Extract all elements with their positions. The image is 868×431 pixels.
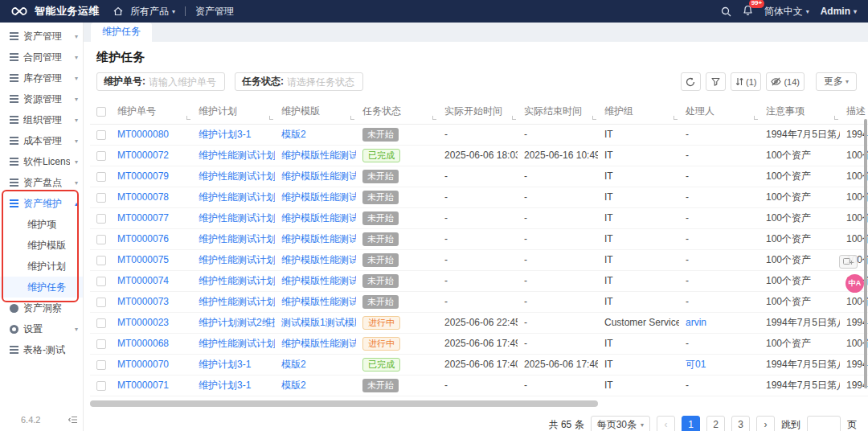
maintenance-template-link[interactable]: 维护模版性能测试-勿动 <box>275 228 356 249</box>
maintenance-plan-link[interactable]: 维护性能测试计划勿动 <box>192 270 275 291</box>
sidebar-item-inventory-management[interactable]: 库存管理▾ <box>0 68 83 88</box>
maintenance-template-link[interactable]: 维护模版性能测试-勿动 <box>275 291 356 312</box>
maintenance-plan-link[interactable]: 维护性能测试计划勿动 <box>192 145 275 166</box>
sort-button[interactable]: (1) <box>731 72 761 91</box>
page-button-2[interactable]: 2 <box>706 416 725 431</box>
maintenance-plan-link[interactable]: 维护计划测试2维护计... <box>192 312 275 333</box>
column-resize-handle[interactable] <box>512 116 516 120</box>
row-checkbox[interactable] <box>96 130 106 140</box>
row-checkbox[interactable] <box>96 235 106 244</box>
sidebar-item-maintenance-task[interactable]: 维护任务 <box>0 277 83 298</box>
maintenance-order-link[interactable]: MT0000079 <box>111 166 192 187</box>
sidebar-item-asset-maintenance[interactable]: 资产维护▴ <box>0 193 83 214</box>
maintenance-template-link[interactable]: 维护模版性能测试-勿动 <box>275 145 356 166</box>
column-resize-handle[interactable] <box>269 116 273 120</box>
maintenance-order-link[interactable]: MT0000072 <box>111 145 192 166</box>
maintenance-order-link[interactable]: MT0000078 <box>111 187 192 207</box>
maintenance-template-link[interactable]: 维护模版性能测试-勿动 <box>275 249 356 270</box>
row-checkbox[interactable] <box>96 339 106 349</box>
maintenance-template-link[interactable]: 维护模版性能测试-勿动 <box>275 333 356 354</box>
maintenance-order-filter[interactable]: 维护单号: <box>96 72 225 91</box>
row-checkbox[interactable] <box>96 193 106 203</box>
maintenance-order-input[interactable] <box>149 76 218 88</box>
row-checkbox[interactable] <box>96 360 106 370</box>
more-button[interactable]: 更多▾ <box>816 72 857 91</box>
maintenance-template-link[interactable]: 测试模版1测试模版1测... <box>275 312 356 333</box>
page-button-1[interactable]: 1 <box>682 416 700 431</box>
maintenance-plan-link[interactable]: 维护性能测试计划勿动 <box>192 228 275 249</box>
row-checkbox[interactable] <box>96 256 106 265</box>
maintenance-order-link[interactable]: MT0000076 <box>111 228 192 249</box>
sidebar-item-asset-stocktaking[interactable]: 资产盘点▾ <box>0 172 83 193</box>
notifications-button[interactable]: 99+ <box>743 5 753 18</box>
column-resize-handle[interactable] <box>432 116 436 120</box>
maintenance-plan-link[interactable]: 维护性能测试计划勿动 <box>192 187 275 207</box>
sidebar-item-asset-management[interactable]: 资产管理▾ <box>0 26 83 47</box>
handler-link[interactable]: 可01 <box>679 354 760 375</box>
column-resize-handle[interactable] <box>186 116 190 120</box>
next-page-button[interactable]: › <box>756 416 775 431</box>
refresh-button[interactable] <box>681 72 701 91</box>
maintenance-order-link[interactable]: MT0000077 <box>111 207 192 228</box>
maintenance-plan-link[interactable]: 维护性能测试计划勿动 <box>192 207 275 228</box>
sidebar-item-maintenance-plan[interactable]: 维护计划 <box>0 256 83 277</box>
row-checkbox[interactable] <box>96 151 106 161</box>
jump-page-input[interactable] <box>807 416 841 431</box>
maintenance-order-link[interactable]: MT0000073 <box>111 291 192 312</box>
breadcrumb-current-app[interactable]: 资产管理 <box>195 5 234 18</box>
column-resize-handle[interactable] <box>674 116 678 120</box>
prev-page-button[interactable]: ‹ <box>657 416 675 431</box>
maintenance-order-link[interactable]: MT0000068 <box>111 333 192 354</box>
maintenance-order-link[interactable]: MT0000070 <box>111 354 192 375</box>
sidebar-item-maintenance-item[interactable]: 维护项 <box>0 214 83 235</box>
maintenance-plan-link[interactable]: 维护性能测试计划勿动 <box>192 333 275 354</box>
maintenance-plan-link[interactable]: 维护计划3-1 <box>192 124 275 145</box>
language-selector[interactable]: 简体中文▾ <box>764 5 809 18</box>
sidebar-item-cost-management[interactable]: 成本管理▾ <box>0 130 83 151</box>
maintenance-template-link[interactable]: 模版2 <box>275 124 356 145</box>
row-checkbox[interactable] <box>96 277 106 286</box>
page-button-3[interactable]: 3 <box>731 416 750 431</box>
sidebar-item-maintenance-template[interactable]: 维护模版 <box>0 235 83 256</box>
all-products-menu[interactable]: 所有产品▾ <box>130 5 175 18</box>
row-checkbox[interactable] <box>96 172 106 182</box>
sidebar-item-org-management[interactable]: 组织管理▾ <box>0 109 83 130</box>
maintenance-order-link[interactable]: MT0000080 <box>111 124 192 145</box>
screenshot-widget[interactable] <box>839 255 858 269</box>
column-resize-handle[interactable] <box>834 116 838 120</box>
sidebar-item-resource-management[interactable]: 资源管理▾ <box>0 88 83 109</box>
sidebar-item-contract-management[interactable]: 合同管理▾ <box>0 47 83 68</box>
home-icon[interactable] <box>113 6 123 16</box>
horizontal-scrollbar-thumb[interactable] <box>90 400 598 407</box>
handler-link[interactable]: arvin <box>679 312 760 333</box>
row-checkbox[interactable] <box>96 214 106 224</box>
tab-maintenance-task[interactable]: 维护任务 <box>91 23 152 42</box>
column-resize-handle[interactable] <box>350 116 354 120</box>
maintenance-plan-link[interactable]: 维护计划3-1 <box>192 375 275 396</box>
maintenance-order-link[interactable]: MT0000071 <box>111 375 192 396</box>
sidebar-item-asset-insight[interactable]: 资产洞察 <box>0 298 83 318</box>
maintenance-plan-link[interactable]: 维护性能测试计划勿动 <box>192 249 275 270</box>
select-all-checkbox[interactable] <box>96 107 106 117</box>
maintenance-template-link[interactable]: 模版2 <box>275 375 356 396</box>
maintenance-template-link[interactable]: 维护模版性能测试-勿动 <box>275 207 356 228</box>
translate-widget[interactable]: 中A <box>845 274 864 293</box>
maintenance-template-link[interactable]: 模版2 <box>275 354 356 375</box>
search-icon[interactable] <box>721 6 731 17</box>
maintenance-order-link[interactable]: MT0000023 <box>111 312 192 333</box>
maintenance-template-link[interactable]: 维护模版性能测试-勿动 <box>275 270 356 291</box>
page-size-select[interactable]: 每页30条▾ <box>591 416 650 431</box>
vertical-scrollbar-thumb[interactable] <box>864 119 867 388</box>
collapse-sidebar-icon[interactable] <box>68 416 78 424</box>
column-resize-handle[interactable] <box>754 116 758 120</box>
filter-button[interactable] <box>706 72 726 91</box>
maintenance-template-link[interactable]: 维护模版性能测试-勿动 <box>275 187 356 207</box>
user-menu[interactable]: Admin▾ <box>821 6 857 17</box>
task-status-filter[interactable]: 任务状态: <box>235 72 363 91</box>
hidden-columns-button[interactable]: (14) <box>766 72 805 91</box>
task-status-select-input[interactable] <box>287 76 356 88</box>
maintenance-order-link[interactable]: MT0000074 <box>111 270 192 291</box>
sidebar-item-software-license[interactable]: 软件License...▾ <box>0 151 83 172</box>
column-resize-handle[interactable] <box>592 116 596 120</box>
row-checkbox[interactable] <box>96 298 106 307</box>
